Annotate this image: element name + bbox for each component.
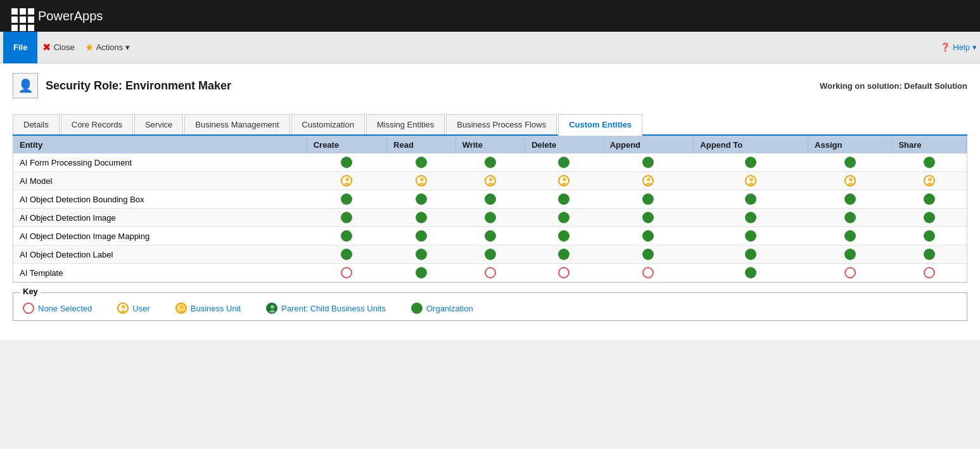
share-cell[interactable] <box>892 209 967 227</box>
share-cell[interactable] <box>892 264 967 282</box>
assign-cell[interactable] <box>808 227 892 245</box>
permission-circle[interactable] <box>416 175 427 186</box>
permission-circle[interactable] <box>642 230 654 242</box>
permission-circle[interactable] <box>558 212 570 223</box>
write-cell[interactable] <box>455 153 525 172</box>
permission-circle[interactable] <box>924 193 935 205</box>
share-cell[interactable] <box>892 153 967 172</box>
permission-circle[interactable] <box>485 249 496 260</box>
permission-circle[interactable] <box>924 157 935 168</box>
append-to-cell[interactable] <box>694 227 808 245</box>
permission-circle[interactable] <box>745 230 756 242</box>
tab-custom-entities[interactable]: Custom Entities <box>558 114 642 136</box>
permission-circle[interactable] <box>844 267 856 278</box>
file-button[interactable]: File <box>3 32 37 63</box>
share-cell[interactable] <box>892 172 967 190</box>
permission-circle[interactable] <box>924 267 935 278</box>
delete-cell[interactable] <box>525 153 603 172</box>
read-cell[interactable] <box>387 245 456 264</box>
read-cell[interactable] <box>387 190 456 209</box>
permission-circle[interactable] <box>642 267 654 278</box>
permission-circle[interactable] <box>341 157 352 168</box>
permission-circle[interactable] <box>416 212 427 223</box>
write-cell[interactable] <box>455 209 525 227</box>
append-cell[interactable] <box>603 190 694 209</box>
grid-icon[interactable] <box>6 3 32 29</box>
share-cell[interactable] <box>892 227 967 245</box>
create-cell[interactable] <box>307 264 386 282</box>
tab-service[interactable]: Service <box>134 114 183 134</box>
write-cell[interactable] <box>455 190 525 209</box>
permission-circle[interactable] <box>341 267 352 278</box>
permission-circle[interactable] <box>924 230 935 242</box>
write-cell[interactable] <box>455 245 525 264</box>
permission-circle[interactable] <box>485 267 496 278</box>
tab-core-records[interactable]: Core Records <box>61 114 133 134</box>
append-to-cell[interactable] <box>694 264 808 282</box>
permission-circle[interactable] <box>485 193 496 205</box>
permission-circle[interactable] <box>558 249 570 260</box>
permission-circle[interactable] <box>558 157 570 168</box>
delete-cell[interactable] <box>525 190 603 209</box>
permission-circle[interactable] <box>844 193 856 205</box>
permission-circle[interactable] <box>416 267 427 278</box>
permission-circle[interactable] <box>416 193 427 205</box>
append-to-cell[interactable] <box>694 172 808 190</box>
write-cell[interactable] <box>455 172 525 190</box>
permission-circle[interactable] <box>558 193 570 205</box>
append-to-cell[interactable] <box>694 245 808 264</box>
read-cell[interactable] <box>387 209 456 227</box>
permission-circle[interactable] <box>844 212 856 223</box>
permission-circle[interactable] <box>924 175 935 186</box>
permission-circle[interactable] <box>924 249 935 260</box>
permission-circle[interactable] <box>745 193 756 205</box>
delete-cell[interactable] <box>525 172 603 190</box>
write-cell[interactable] <box>455 264 525 282</box>
append-cell[interactable] <box>603 153 694 172</box>
permission-circle[interactable] <box>416 157 427 168</box>
tab-business-management[interactable]: Business Management <box>184 114 290 134</box>
permission-circle[interactable] <box>745 175 756 186</box>
permission-circle[interactable] <box>844 249 856 260</box>
permission-circle[interactable] <box>558 175 570 186</box>
permission-circle[interactable] <box>485 212 496 223</box>
permission-circle[interactable] <box>341 249 352 260</box>
permission-circle[interactable] <box>642 175 654 186</box>
permission-circle[interactable] <box>485 230 496 242</box>
delete-cell[interactable] <box>525 209 603 227</box>
permission-circle[interactable] <box>558 267 570 278</box>
append-to-cell[interactable] <box>694 209 808 227</box>
append-cell[interactable] <box>603 264 694 282</box>
permission-circle[interactable] <box>745 249 756 260</box>
read-cell[interactable] <box>387 227 456 245</box>
write-cell[interactable] <box>455 227 525 245</box>
create-cell[interactable] <box>307 153 386 172</box>
delete-cell[interactable] <box>525 227 603 245</box>
permission-circle[interactable] <box>485 175 496 186</box>
permission-circle[interactable] <box>341 212 352 223</box>
read-cell[interactable] <box>387 264 456 282</box>
append-cell[interactable] <box>603 172 694 190</box>
append-cell[interactable] <box>603 245 694 264</box>
permission-circle[interactable] <box>642 157 654 168</box>
actions-button[interactable]: ★ Actions ▾ <box>80 39 136 56</box>
read-cell[interactable] <box>387 153 456 172</box>
assign-cell[interactable] <box>808 209 892 227</box>
permission-circle[interactable] <box>844 175 856 186</box>
assign-cell[interactable] <box>808 245 892 264</box>
share-cell[interactable] <box>892 190 967 209</box>
tab-customization[interactable]: Customization <box>291 114 365 134</box>
append-cell[interactable] <box>603 227 694 245</box>
permission-circle[interactable] <box>341 230 352 242</box>
create-cell[interactable] <box>307 209 386 227</box>
permission-circle[interactable] <box>416 249 427 260</box>
permission-circle[interactable] <box>341 193 352 205</box>
assign-cell[interactable] <box>808 153 892 172</box>
append-to-cell[interactable] <box>694 190 808 209</box>
append-to-cell[interactable] <box>694 153 808 172</box>
create-cell[interactable] <box>307 172 386 190</box>
permission-circle[interactable] <box>416 230 427 242</box>
assign-cell[interactable] <box>808 190 892 209</box>
delete-cell[interactable] <box>525 245 603 264</box>
delete-cell[interactable] <box>525 264 603 282</box>
